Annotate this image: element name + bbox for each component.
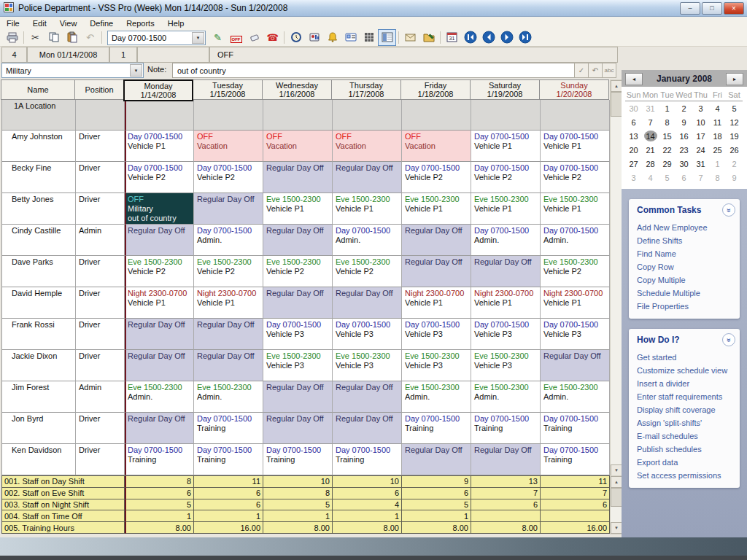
how-do-i-item[interactable]: Export data: [629, 456, 740, 469]
maximize-button[interactable]: □: [702, 2, 722, 15]
day-column-header[interactable]: Saturday1/19/2008: [470, 79, 540, 100]
calendar-day[interactable]: 16: [676, 129, 692, 143]
shift-cell[interactable]: Day 0700-1500Vehicle P3: [471, 319, 541, 350]
how-do-i-item[interactable]: Assign 'split-shifts': [629, 416, 740, 429]
calendar-day[interactable]: 5: [659, 171, 676, 184]
calendar-day[interactable]: 6: [625, 115, 642, 129]
employee-name-cell[interactable]: Betty Jones: [2, 193, 76, 225]
shift-cell[interactable]: Eve 1500-2300Vehicle P2: [194, 256, 263, 287]
shift-cell[interactable]: Regular Day Off: [333, 381, 402, 413]
employee-name-cell[interactable]: Ken Davidson: [2, 444, 76, 475]
shift-cell[interactable]: Regular Day Off: [471, 256, 541, 287]
how-do-i-item[interactable]: Enter staff requirements: [629, 390, 740, 403]
chevron-down-icon[interactable]: ▼: [130, 64, 142, 77]
shift-cell[interactable]: Day 0700-1500Vehicle P1: [541, 131, 610, 162]
calendar-day[interactable]: 28: [642, 157, 659, 171]
shift-cell[interactable]: Day 0700-1500Training: [471, 413, 541, 444]
shift-cell[interactable]: Eve 1500-2300Vehicle P1: [333, 193, 402, 225]
shift-cell[interactable]: Eve 1500-2300Admin.: [125, 381, 194, 413]
employee-position-cell[interactable]: Driver: [76, 350, 125, 381]
time-settings-button[interactable]: [287, 29, 305, 46]
calendar-day[interactable]: 23: [676, 143, 692, 157]
call-list-button[interactable]: ☎: [263, 29, 282, 46]
shift-cell[interactable]: Day 0700-1500Vehicle P2: [541, 162, 610, 193]
calendar-day[interactable]: 1: [659, 101, 676, 115]
shift-cell[interactable]: Eve 1500-2300Vehicle P2: [125, 256, 194, 287]
close-button[interactable]: ×: [724, 2, 744, 15]
shift-cell[interactable]: Eve 1500-2300Vehicle P2: [333, 256, 402, 287]
calendar-day[interactable]: 4: [642, 171, 659, 184]
shift-cell[interactable]: Day 0700-1500Vehicle P3: [541, 319, 610, 350]
minimize-button[interactable]: –: [680, 2, 700, 15]
publish-schedule-button[interactable]: [419, 29, 438, 46]
scroll-up-button[interactable]: ▲: [611, 80, 622, 92]
shift-cell[interactable]: Regular Day Off: [402, 225, 471, 256]
common-tasks-item[interactable]: Copy Multiple: [629, 273, 740, 287]
next-month-button[interactable]: ▸: [726, 73, 743, 85]
employee-position-cell[interactable]: Admin: [76, 381, 125, 413]
shift-cell[interactable]: Regular Day Off: [125, 319, 194, 350]
scroll-thumb[interactable]: [611, 488, 622, 507]
calendar-day[interactable]: 18: [709, 129, 726, 143]
collapse-panel-button[interactable]: «: [722, 333, 735, 346]
shift-cell[interactable]: Day 0700-1500Admin.: [471, 225, 541, 256]
location-divider-row[interactable]: 1A Location: [2, 100, 610, 131]
how-do-i-item[interactable]: E-mail schedules: [629, 429, 740, 443]
employee-position-cell[interactable]: Admin: [76, 225, 125, 256]
note-input[interactable]: out of country: [172, 63, 577, 78]
shift-cell[interactable]: Eve 1500-2300Vehicle P3: [402, 350, 471, 381]
scroll-up-button[interactable]: ▲: [611, 476, 622, 488]
common-tasks-item[interactable]: File Properties: [629, 300, 740, 313]
shift-cell[interactable]: OFFVacation: [333, 131, 402, 162]
how-do-i-item[interactable]: Display shift coverage: [629, 403, 740, 416]
shift-cell[interactable]: Eve 1500-2300Admin.: [402, 381, 471, 413]
copy-button[interactable]: [44, 29, 63, 46]
menu-help[interactable]: Help: [161, 18, 191, 29]
day-column-header[interactable]: Monday1/14/2008: [123, 79, 193, 101]
calendar-day[interactable]: 9: [676, 115, 692, 129]
common-tasks-item[interactable]: Define Shifts: [629, 234, 740, 247]
shift-cell[interactable]: Eve 1500-2300Vehicle P2: [263, 256, 333, 287]
shift-cell[interactable]: Night 2300-0700Vehicle P1: [471, 287, 541, 319]
employee-position-cell[interactable]: Driver: [76, 444, 125, 475]
shift-cell[interactable]: OFFMilitaryout of country: [125, 193, 194, 225]
employee-position-cell[interactable]: Driver: [76, 287, 125, 319]
shift-cell[interactable]: OFFVacation: [194, 131, 263, 162]
how-do-i-item[interactable]: Insert a divider: [629, 377, 740, 390]
calendar-day[interactable]: 24: [692, 143, 709, 157]
common-tasks-item[interactable]: Copy Row: [629, 260, 740, 273]
shift-cell[interactable]: Day 0700-1500Training: [402, 413, 471, 444]
shift-cell[interactable]: Day 0700-1500Vehicle P3: [333, 319, 402, 350]
shift-cell[interactable]: OFFVacation: [402, 131, 471, 162]
print-button[interactable]: [3, 29, 21, 46]
employee-name-cell[interactable]: Dave Parks: [2, 256, 76, 287]
shift-cell[interactable]: Regular Day Off: [402, 444, 471, 475]
shift-cell[interactable]: Regular Day Off: [402, 256, 471, 287]
employee-position-cell[interactable]: Driver: [76, 131, 125, 162]
employee-name-cell[interactable]: Jim Forest: [2, 381, 76, 413]
shift-cell[interactable]: Day 0700-1500Training: [541, 413, 610, 444]
day-column-header[interactable]: Friday1/18/2008: [400, 79, 471, 100]
employee-name-cell[interactable]: Cindy Castille: [2, 225, 76, 256]
calendar-day[interactable]: 17: [692, 129, 709, 143]
employee-position-cell[interactable]: Driver: [76, 162, 125, 193]
edit-shift-button[interactable]: ✎: [209, 29, 227, 46]
calendar-day[interactable]: 31: [692, 157, 709, 171]
calendar-day[interactable]: 8: [659, 115, 676, 129]
shift-cell[interactable]: Day 0700-1500Training: [333, 444, 402, 475]
shift-cell[interactable]: Day 0700-1500Vehicle P2: [402, 162, 471, 193]
employee-info-button[interactable]: [341, 29, 360, 46]
calendar-day[interactable]: 22: [659, 143, 676, 157]
calendar-day[interactable]: 26: [726, 143, 743, 157]
calendar-day[interactable]: 14: [642, 129, 659, 143]
calendar-day[interactable]: 4: [709, 101, 726, 115]
day-column-header[interactable]: Thursday1/17/2008: [331, 79, 401, 100]
shift-cell[interactable]: Day 0700-1500Vehicle P3: [263, 319, 333, 350]
cut-button[interactable]: ✂: [26, 29, 44, 46]
scroll-down-button[interactable]: ▼: [611, 522, 622, 534]
menu-file[interactable]: File: [0, 18, 26, 29]
menu-view[interactable]: View: [53, 18, 84, 29]
scroll-down-button[interactable]: ▼: [611, 464, 622, 476]
divider-name-cell[interactable]: 1A Location: [2, 100, 76, 131]
shift-selector-dropdown[interactable]: Day 0700-1500▼: [107, 31, 206, 45]
